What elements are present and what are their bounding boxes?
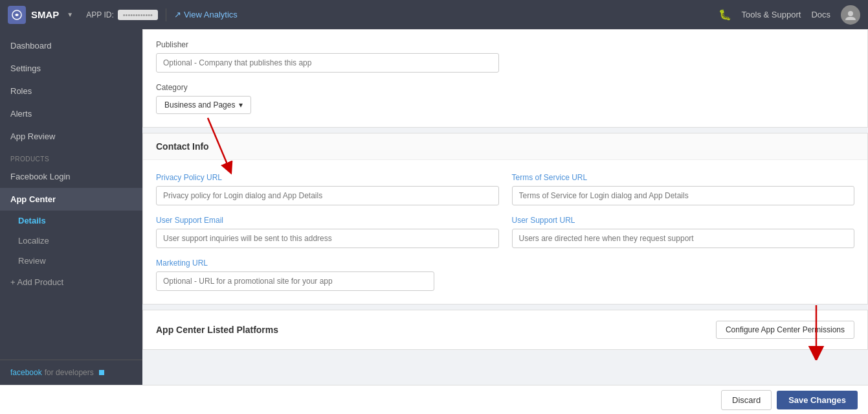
logo-icon <box>8 6 26 24</box>
terms-of-service-url-input[interactable] <box>512 186 855 205</box>
sidebar-footer: facebook for developers <box>0 360 142 385</box>
platform-title: App Center Listed Platforms <box>156 325 278 335</box>
user-support-email-label: User Support Email <box>156 216 499 225</box>
sidebar-item-dashboard[interactable]: Dashboard <box>0 34 142 57</box>
bug-icon[interactable]: 🐛 <box>718 8 731 21</box>
user-support-url-col: User Support URL <box>512 216 855 248</box>
add-product-link[interactable]: + Add Product <box>0 271 142 293</box>
view-analytics-label: View Analytics <box>184 10 238 19</box>
sidebar-sub-item-localize[interactable]: Localize <box>0 231 142 251</box>
footer-for-developers: for developers <box>45 368 94 377</box>
user-support-email-col: User Support Email <box>156 216 499 248</box>
app-id-label: APP ID: <box>86 10 113 19</box>
topbar: SMAP ▼ APP ID: •••••••••••• ↗ View Analy… <box>0 0 868 29</box>
user-support-url-label: User Support URL <box>512 216 855 225</box>
content-area: Publisher Category Business and Pages ▾ … <box>142 29 868 385</box>
configure-permissions-button[interactable]: Configure App Center Permissions <box>716 321 854 339</box>
contact-info-header: Contact Info <box>143 133 867 160</box>
topbar-divider <box>166 8 166 21</box>
category-value: Business and Pages <box>164 100 235 109</box>
publisher-field-group: Publisher <box>156 40 854 73</box>
sidebar-item-app-center[interactable]: App Center <box>0 188 142 211</box>
main-layout: Dashboard Settings Roles Alerts App Revi… <box>0 29 868 385</box>
app-id-section: APP ID: •••••••••••• <box>86 10 158 20</box>
tools-support-link[interactable]: Tools & Support <box>742 10 801 19</box>
contact-info-body: Privacy Policy URL Terms of Service URL … <box>143 160 867 304</box>
sidebar-item-facebook-login[interactable]: Facebook Login <box>0 165 142 188</box>
publisher-section: Publisher Category Business and Pages ▾ <box>142 29 868 128</box>
analytics-icon: ↗ <box>174 10 181 19</box>
privacy-policy-col: Privacy Policy URL <box>156 173 499 205</box>
category-dropdown-icon: ▾ <box>239 100 243 109</box>
category-select[interactable]: Business and Pages ▾ <box>156 96 251 114</box>
topbar-right: 🐛 Tools & Support Docs <box>718 5 860 25</box>
terms-of-service-col: Terms of Service URL <box>512 173 855 205</box>
contact-info-card: Contact Info <box>142 133 868 305</box>
sidebar-sub-item-details[interactable]: Details <box>0 211 142 231</box>
view-analytics-link[interactable]: ↗ View Analytics <box>174 10 238 19</box>
sidebar-item-alerts[interactable]: Alerts <box>0 102 142 125</box>
publisher-col: Publisher <box>156 40 499 73</box>
category-label: Category <box>156 83 854 92</box>
publisher-label: Publisher <box>156 40 499 49</box>
privacy-policy-url-label: Privacy Policy URL <box>156 173 499 182</box>
marketing-url-row: Marketing URL <box>156 259 854 291</box>
url-row-2: User Support Email User Support URL <box>156 216 854 248</box>
publisher-input[interactable] <box>156 53 499 73</box>
user-support-url-input[interactable] <box>512 229 855 248</box>
dropdown-icon[interactable]: ▼ <box>67 11 73 18</box>
sidebar-item-app-review[interactable]: App Review <box>0 125 142 148</box>
marketing-url-input[interactable] <box>156 271 434 291</box>
app-id-value: •••••••••••• <box>118 10 158 20</box>
footer-icon <box>99 370 104 375</box>
user-support-email-input[interactable] <box>156 229 499 248</box>
url-row-1: Privacy Policy URL Terms of Service URL <box>156 173 854 205</box>
products-label: PRODUCTS <box>0 148 142 165</box>
save-changes-button[interactable]: Save Changes <box>777 391 858 409</box>
privacy-policy-url-input[interactable] <box>156 186 499 205</box>
sidebar-item-roles[interactable]: Roles <box>0 80 142 102</box>
discard-button[interactable]: Discard <box>721 390 772 410</box>
marketing-url-label: Marketing URL <box>156 259 854 268</box>
bottom-bar: Discard Save Changes <box>0 385 868 414</box>
app-name: SMAP <box>31 9 59 20</box>
sidebar-item-settings[interactable]: Settings <box>0 57 142 80</box>
terms-of-service-url-label: Terms of Service URL <box>512 173 855 182</box>
sidebar-sub-item-review[interactable]: Review <box>0 251 142 271</box>
platforms-section: App Center Listed Platforms Configure Ap… <box>142 310 868 350</box>
user-avatar[interactable] <box>841 5 860 25</box>
footer-facebook: facebook <box>10 368 42 377</box>
contact-info-title: Contact Info <box>156 141 209 152</box>
category-group: Category Business and Pages ▾ <box>156 83 854 114</box>
publisher-right-col <box>512 40 855 73</box>
svg-point-1 <box>848 11 853 16</box>
sidebar: Dashboard Settings Roles Alerts App Revi… <box>0 29 142 385</box>
docs-link[interactable]: Docs <box>811 10 830 19</box>
app-logo[interactable]: SMAP ▼ <box>8 6 73 24</box>
